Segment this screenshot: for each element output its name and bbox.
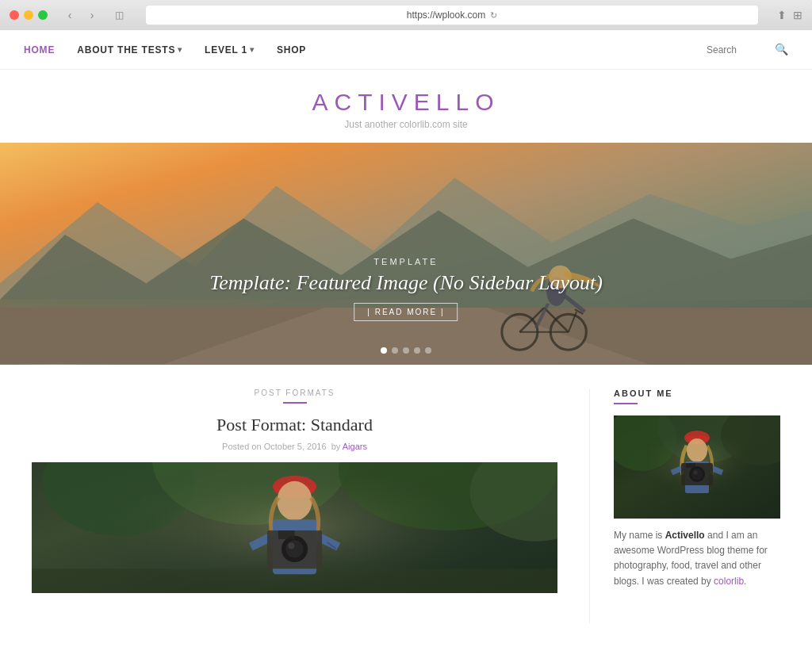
post-category-label: POST FORMATS bbox=[32, 389, 557, 397]
browser-titlebar: ‹ › ◫ https://wplook.com ↻ ⬆ ⊞ bbox=[0, 0, 812, 30]
post-image-svg bbox=[32, 462, 557, 593]
about-text-1: My name is bbox=[614, 530, 665, 541]
browser-window: ‹ › ◫ https://wplook.com ↻ ⬆ ⊞ HOME ABOU… bbox=[0, 0, 812, 647]
close-button[interactable] bbox=[10, 10, 19, 20]
about-me-underline bbox=[614, 403, 638, 404]
nav-about[interactable]: ABOUT THE TeSTS ▾ bbox=[77, 44, 182, 56]
nav-level1-label: LEVEL 1 bbox=[205, 44, 247, 56]
slider-dot-2[interactable] bbox=[392, 347, 398, 354]
about-me-image bbox=[614, 415, 780, 519]
post-content: POST FORMATS Post Format: Standard Poste… bbox=[32, 389, 590, 623]
hero-background: TEMPLATE Template: Featured Image (No Si… bbox=[0, 143, 812, 365]
post-meta: Posted on October 5, 2016 by Aigars bbox=[32, 442, 557, 451]
post-date: October 5, 2016 bbox=[264, 442, 327, 451]
main-content: POST FORMATS Post Format: Standard Poste… bbox=[0, 365, 812, 647]
traffic-lights bbox=[10, 10, 48, 20]
post-author-prefix: by bbox=[331, 442, 341, 451]
browser-actions: ⬆ ⊞ bbox=[777, 9, 802, 21]
site-header: ACTIVELLO Just another colorlib.com site bbox=[0, 70, 812, 143]
minimize-button[interactable] bbox=[24, 10, 33, 20]
nav-shop[interactable]: SHOP bbox=[277, 44, 306, 56]
hero-title: Template: Featured Image (No Sidebar Lay… bbox=[209, 271, 603, 295]
hero-mountains-svg bbox=[0, 143, 812, 365]
svg-point-50 bbox=[694, 471, 698, 475]
svg-point-26 bbox=[277, 481, 312, 521]
about-colorlib-link[interactable]: colorlib bbox=[714, 576, 744, 587]
back-button[interactable]: ‹ bbox=[60, 7, 79, 23]
about-bold-1: Activello bbox=[665, 530, 705, 541]
nav-home[interactable]: HOME bbox=[24, 44, 55, 56]
url-text: https://wplook.com bbox=[407, 10, 485, 21]
post-author-link[interactable]: Aigars bbox=[343, 442, 367, 451]
svg-rect-34 bbox=[278, 530, 295, 539]
sidebar-image-svg bbox=[614, 415, 780, 519]
hero-slider: TEMPLATE Template: Featured Image (No Si… bbox=[0, 143, 812, 365]
post-featured-image bbox=[32, 462, 557, 593]
search-area: 🔍 bbox=[707, 43, 788, 56]
website-content: HOME ABOUT THE TeSTS ▾ LEVEL 1 ▾ SHOP 🔍 … bbox=[0, 30, 812, 647]
nav-about-arrow: ▾ bbox=[178, 45, 182, 54]
svg-point-33 bbox=[288, 542, 294, 549]
svg-point-43 bbox=[687, 438, 707, 462]
post-meta-prefix: Posted on bbox=[222, 442, 262, 451]
about-me-title: ABOUT ME bbox=[614, 389, 780, 398]
slider-dot-3[interactable] bbox=[403, 347, 409, 354]
slider-dots bbox=[381, 347, 431, 354]
site-tagline: Just another colorlib.com site bbox=[0, 119, 812, 130]
nav-level1[interactable]: LEVEL 1 ▾ bbox=[205, 44, 255, 56]
about-me-text: My name is Activello and I am an awesome… bbox=[614, 528, 780, 589]
nav-level1-arrow: ▾ bbox=[250, 45, 255, 54]
hero-content: TEMPLATE Template: Featured Image (No Si… bbox=[209, 257, 603, 321]
maximize-button[interactable] bbox=[38, 10, 48, 20]
search-input[interactable] bbox=[707, 44, 770, 56]
new-tab-button[interactable]: ⊞ bbox=[793, 9, 802, 21]
share-button[interactable]: ⬆ bbox=[777, 9, 787, 21]
svg-point-49 bbox=[691, 469, 703, 480]
forward-button[interactable]: › bbox=[82, 7, 102, 23]
svg-rect-51 bbox=[686, 463, 695, 468]
top-navigation: HOME ABOUT THE TeSTS ▾ LEVEL 1 ▾ SHOP 🔍 bbox=[0, 30, 812, 70]
post-title[interactable]: Post Format: Standard bbox=[32, 415, 557, 435]
nav-about-label: ABOUT THE TeSTS bbox=[77, 44, 175, 56]
hero-category: TEMPLATE bbox=[209, 257, 603, 266]
slider-dot-1[interactable] bbox=[381, 347, 387, 354]
nav-links: HOME ABOUT THE TeSTS ▾ LEVEL 1 ▾ SHOP bbox=[24, 44, 707, 56]
refresh-icon[interactable]: ↻ bbox=[490, 10, 497, 21]
slider-dot-5[interactable] bbox=[425, 347, 431, 354]
tab-view-button[interactable]: ◫ bbox=[111, 7, 127, 23]
slider-dot-4[interactable] bbox=[414, 347, 420, 354]
svg-point-32 bbox=[285, 540, 303, 557]
search-icon[interactable]: 🔍 bbox=[775, 43, 788, 56]
site-title: ACTIVELLO bbox=[0, 89, 812, 116]
sidebar: ABOUT ME bbox=[590, 389, 780, 623]
about-text-3: . bbox=[744, 576, 746, 587]
browser-nav-buttons: ‹ › bbox=[60, 7, 102, 23]
address-bar[interactable]: https://wplook.com ↻ bbox=[146, 6, 758, 25]
hero-read-more-button[interactable]: | READ MORE | bbox=[354, 303, 458, 321]
post-category-underline bbox=[283, 402, 307, 404]
